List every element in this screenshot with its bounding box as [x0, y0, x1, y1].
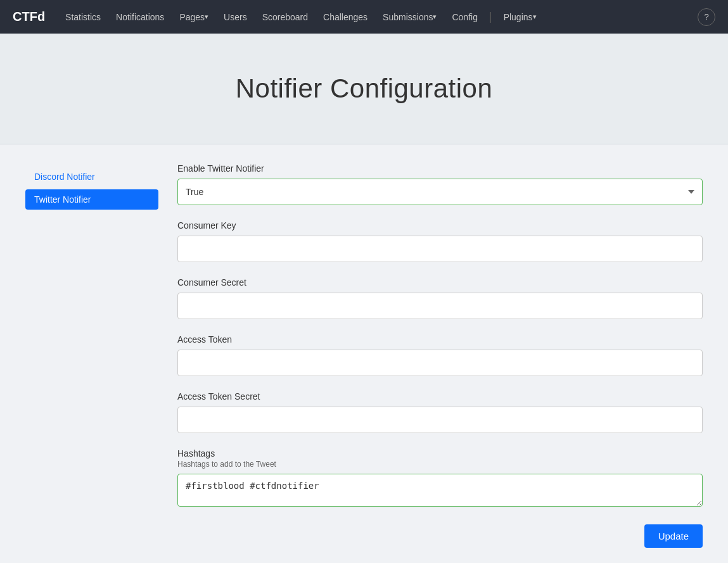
hashtags-label: Hashtags Hashtags to add to the Tweet: [177, 448, 703, 469]
enable-select[interactable]: True False: [177, 179, 703, 205]
page-title: Notifier Configuration: [236, 73, 493, 104]
nav-challenges[interactable]: Challenges: [316, 0, 375, 34]
consumer-secret-input[interactable]: [177, 293, 703, 319]
hashtags-sublabel: Hashtags to add to the Tweet: [177, 460, 703, 469]
main-content: Discord Notifier Twitter Notifier Enable…: [0, 144, 728, 563]
nav-pages[interactable]: Pages: [172, 0, 216, 34]
sidebar: Discord Notifier Twitter Notifier: [25, 163, 158, 548]
consumer-key-input[interactable]: [177, 236, 703, 262]
enable-label: Enable Twitter Notifier: [177, 163, 703, 174]
form-area: Enable Twitter Notifier True False Consu…: [177, 163, 703, 548]
enable-group: Enable Twitter Notifier True False: [177, 163, 703, 205]
hashtags-group: Hashtags Hashtags to add to the Tweet #f…: [177, 448, 703, 509]
help-icon[interactable]: ?: [698, 8, 715, 26]
form-actions: Update: [177, 524, 703, 548]
nav-scoreboard[interactable]: Scoreboard: [255, 0, 316, 34]
consumer-secret-label: Consumer Secret: [177, 277, 703, 288]
access-token-group: Access Token: [177, 334, 703, 376]
consumer-key-label: Consumer Key: [177, 220, 703, 231]
nav-notifications[interactable]: Notifications: [108, 0, 172, 34]
access-token-input[interactable]: [177, 350, 703, 376]
brand-logo[interactable]: CTFd: [13, 9, 45, 24]
update-button[interactable]: Update: [644, 524, 703, 548]
nav-users[interactable]: Users: [216, 0, 255, 34]
consumer-secret-group: Consumer Secret: [177, 277, 703, 319]
nav-divider: |: [485, 10, 496, 23]
consumer-key-group: Consumer Key: [177, 220, 703, 262]
sidebar-twitter-notifier[interactable]: Twitter Notifier: [25, 189, 158, 210]
page-header: Notifier Configuration: [0, 34, 728, 144]
nav-plugins[interactable]: Plugins: [496, 0, 544, 34]
nav-config[interactable]: Config: [444, 0, 485, 34]
navbar-right: ?: [698, 8, 715, 26]
sidebar-discord-notifier[interactable]: Discord Notifier: [25, 167, 158, 187]
access-token-secret-input[interactable]: [177, 407, 703, 433]
navbar: CTFd Statistics Notifications Pages User…: [0, 0, 728, 34]
nav-submissions[interactable]: Submissions: [375, 0, 444, 34]
nav-statistics[interactable]: Statistics: [58, 0, 108, 34]
access-token-secret-label: Access Token Secret: [177, 391, 703, 402]
access-token-secret-group: Access Token Secret: [177, 391, 703, 433]
access-token-label: Access Token: [177, 334, 703, 345]
hashtags-input[interactable]: #firstblood #ctfdnotifier: [177, 474, 703, 507]
